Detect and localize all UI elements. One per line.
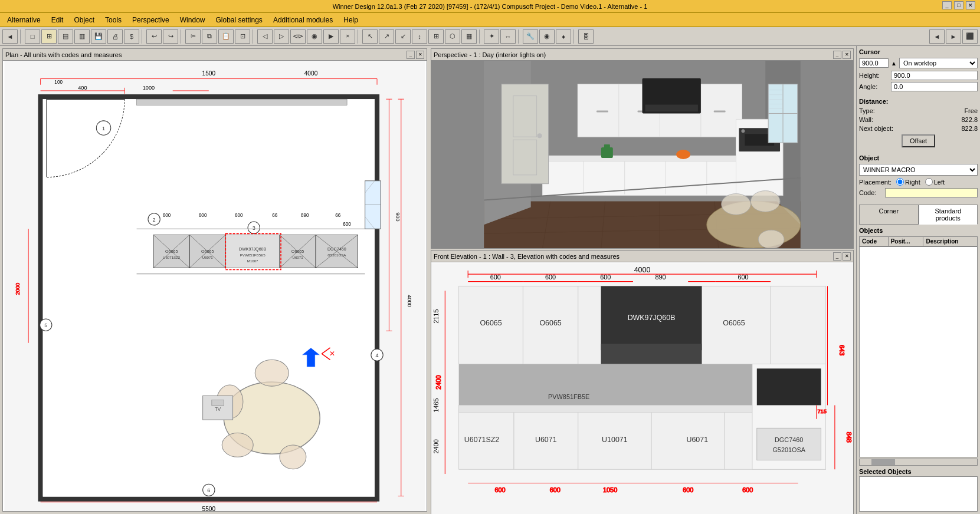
minimize-btn[interactable]: _: [942, 1, 952, 9]
placement-right-radio[interactable]: [896, 178, 904, 186]
elevation-title: Front Elevation - 1 : Wall - 3, Elevatio…: [434, 253, 620, 260]
tb-arrow1[interactable]: ↗: [379, 29, 394, 44]
height-label: Height:: [859, 72, 889, 79]
tb-hex[interactable]: ⬡: [445, 29, 460, 44]
svg-text:5500: 5500: [202, 506, 215, 511]
svg-rect-125: [502, 84, 549, 184]
tb-table[interactable]: ▦: [461, 29, 477, 44]
tb-nav3[interactable]: ⊲⊳: [290, 29, 306, 44]
tb-dollar[interactable]: $: [124, 29, 139, 44]
corner-tab[interactable]: Corner: [859, 205, 919, 225]
tb-arrow2[interactable]: ↙: [395, 29, 411, 44]
objects-scrollbar[interactable]: [859, 459, 978, 466]
tb-settings[interactable]: 🔧: [523, 29, 538, 44]
scrollbar-thumb[interactable]: [871, 459, 895, 465]
tb-copy[interactable]: ⧉: [202, 29, 217, 44]
tb-right1[interactable]: ◄: [929, 29, 945, 44]
tb-diamond[interactable]: ♦: [556, 29, 571, 44]
tb-save2[interactable]: ▥: [74, 29, 90, 44]
svg-text:2400: 2400: [435, 375, 442, 389]
plan-title: Plan - All units with codes and measures: [5, 51, 122, 58]
tb-select[interactable]: ↖: [362, 29, 378, 44]
menu-perspective[interactable]: Perspective: [127, 15, 174, 25]
menu-global-settings[interactable]: Global settings: [211, 15, 267, 25]
svg-text:PVW851FB5E5: PVW851FB5E5: [240, 253, 266, 257]
tb-db[interactable]: 🗄: [578, 29, 594, 44]
tb-save3[interactable]: 💾: [91, 29, 106, 44]
svg-text:66: 66: [272, 213, 278, 218]
tb-right2[interactable]: ►: [946, 29, 961, 44]
restore-btn[interactable]: □: [954, 1, 963, 9]
svg-text:2000: 2000: [15, 283, 21, 295]
menu-window[interactable]: Window: [175, 15, 210, 25]
plan-svg: 1500 400 1000 100 4000: [3, 61, 427, 511]
wall-value: 822.8: [903, 116, 978, 123]
plan-canvas[interactable]: 1500 400 1000 100 4000: [3, 61, 427, 511]
tb-arrow3[interactable]: ↕: [412, 29, 427, 44]
tb-right3[interactable]: ⬛: [962, 29, 978, 44]
elevation-close[interactable]: ✕: [843, 252, 851, 261]
height-input[interactable]: [891, 71, 978, 80]
menu-alternative[interactable]: Alternative: [2, 15, 45, 25]
elevation-canvas[interactable]: 4000 600 600 600 890 600: [431, 262, 853, 514]
svg-text:600: 600: [199, 213, 207, 218]
placement-left-radio[interactable]: [925, 178, 933, 186]
svg-text:600: 600: [163, 213, 171, 218]
tb-open[interactable]: ⊞: [41, 29, 57, 44]
svg-text:G5201OSA: G5201OSA: [772, 446, 805, 453]
elevation-minimize[interactable]: _: [833, 252, 841, 261]
angle-input[interactable]: [891, 82, 978, 91]
svg-text:600: 600: [683, 486, 693, 493]
menu-help[interactable]: Help: [339, 15, 363, 25]
menu-edit[interactable]: Edit: [47, 15, 68, 25]
tb-expand[interactable]: ↔: [500, 29, 516, 44]
tb-play[interactable]: ▶: [323, 29, 339, 44]
svg-text:100: 100: [54, 80, 63, 85]
elevation-titlebar: Front Elevation - 1 : Wall - 3, Elevatio…: [431, 251, 853, 262]
svg-point-56: [280, 445, 306, 469]
svg-point-53: [255, 360, 289, 386]
standard-products-tab[interactable]: Standard products: [919, 205, 978, 225]
menu-object[interactable]: Object: [69, 15, 99, 25]
tb-zoom[interactable]: ◉: [307, 29, 322, 44]
svg-rect-186: [757, 428, 821, 460]
tb-save1[interactable]: ▤: [58, 29, 73, 44]
svg-text:400: 400: [78, 85, 87, 91]
perspective-render: [431, 61, 853, 248]
svg-rect-123: [604, 144, 610, 148]
svg-text:600: 600: [545, 274, 556, 281]
perspective-canvas[interactable]: [431, 61, 853, 248]
tb-grid[interactable]: ⊞: [428, 29, 444, 44]
svg-text:600: 600: [494, 486, 505, 493]
svg-rect-108: [714, 110, 726, 112]
svg-text:2115: 2115: [432, 309, 440, 324]
perspective-close[interactable]: ✕: [843, 51, 851, 59]
close-btn[interactable]: ✕: [966, 1, 975, 9]
objects-label: Objects: [859, 227, 978, 234]
plan-minimize[interactable]: _: [407, 51, 415, 59]
tb-new[interactable]: □: [25, 29, 40, 44]
svg-point-139: [750, 191, 780, 212]
tb-circle[interactable]: ◉: [539, 29, 555, 44]
plan-close[interactable]: ✕: [416, 51, 424, 59]
menu-tools[interactable]: Tools: [100, 15, 126, 25]
tb-nav1[interactable]: ◁: [257, 29, 273, 44]
menu-additional-modules[interactable]: Additional modules: [268, 15, 337, 25]
tb-star[interactable]: ✦: [484, 29, 499, 44]
svg-text:U6071SZ2: U6071SZ2: [163, 255, 181, 259]
tb-paste2[interactable]: ⊡: [235, 29, 250, 44]
tb-close[interactable]: ✕: [340, 29, 355, 44]
tb-redo[interactable]: ↪: [163, 29, 178, 44]
offset-button[interactable]: Offset: [902, 134, 935, 147]
svg-point-137: [707, 202, 801, 249]
perspective-minimize[interactable]: _: [833, 51, 841, 59]
tb-undo[interactable]: ↩: [146, 29, 162, 44]
back-btn[interactable]: ◄: [2, 29, 18, 44]
tb-paste[interactable]: 📋: [218, 29, 234, 44]
tb-cut[interactable]: ✂: [185, 29, 201, 44]
code-input[interactable]: [885, 188, 978, 197]
cursor-dropdown[interactable]: On worktop: [899, 58, 978, 68]
tb-print[interactable]: 🖨: [107, 29, 123, 44]
object-dropdown[interactable]: WINNER MACRO: [859, 164, 978, 176]
tb-nav2[interactable]: ▷: [274, 29, 289, 44]
